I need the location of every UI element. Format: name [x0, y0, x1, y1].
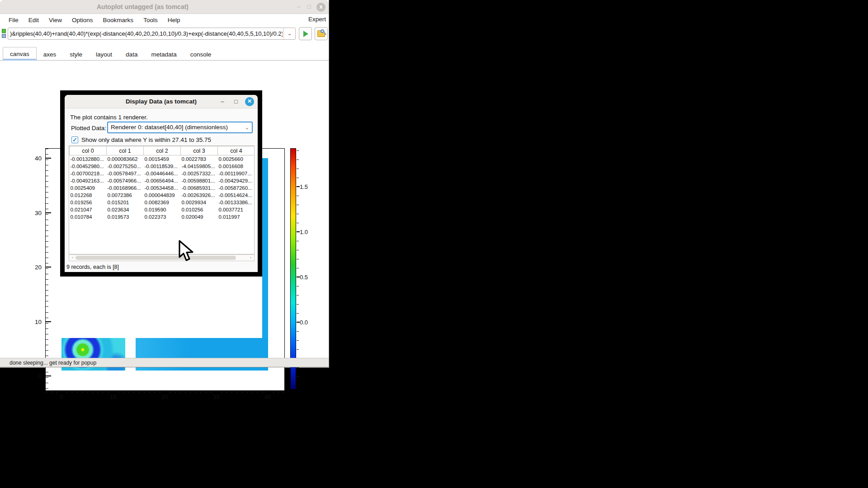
table-cell[interactable]: 0.015201	[107, 199, 144, 206]
table-row[interactable]: -0.00492163...-0.00574966...-0.00656494.…	[70, 177, 255, 184]
table-row[interactable]: 0.0122680.00723860.000044839-0.00263926.…	[70, 192, 255, 199]
column-header[interactable]: col 1	[107, 146, 144, 155]
table-cell[interactable]: 0.0082369	[144, 199, 181, 206]
table-row[interactable]: 0.0192560.0152010.00823690.0029934-0.001…	[70, 199, 255, 206]
table-cell[interactable]: -0.00275250...	[107, 163, 144, 170]
play-icon	[303, 31, 308, 37]
table-cell[interactable]: 0.019590	[144, 206, 181, 213]
window-maximize-icon[interactable]: □	[305, 3, 314, 12]
table-row[interactable]: -0.00700218...-0.00578497...-0.00446446.…	[70, 170, 255, 177]
menu-item-tools[interactable]: Tools	[138, 16, 163, 24]
filter-checkbox[interactable]: ✓	[71, 136, 78, 143]
scroll-left-icon[interactable]: ‹	[70, 255, 75, 261]
menu-item-options[interactable]: Options	[67, 16, 98, 24]
y-tick-label: 10	[26, 318, 42, 325]
table-cell[interactable]: 0.000044839	[144, 192, 181, 199]
column-header[interactable]: col 3	[181, 146, 218, 155]
table-hscrollbar[interactable]: ‹ ›	[69, 254, 255, 261]
scrollbar-thumb[interactable]	[75, 256, 236, 260]
data-table-viewport[interactable]: col 0col 1col 2col 3col 4 -0.00132880...…	[69, 145, 255, 254]
tab-metadata[interactable]: metadata	[144, 48, 183, 61]
inspect-uri-button[interactable]	[315, 27, 328, 40]
uri-dropdown-icon[interactable]: ⌄	[283, 28, 295, 39]
window-close-icon[interactable]: x	[316, 3, 326, 12]
column-header[interactable]: col 4	[218, 146, 255, 155]
data-table: col 0col 1col 2col 3col 4 -0.00132880...…	[69, 146, 255, 221]
table-row[interactable]: -0.00452980...-0.00275250...-0.00118539.…	[70, 163, 255, 170]
x-tick-mark	[164, 391, 165, 395]
table-cell[interactable]: 0.0029934	[181, 199, 218, 206]
table-cell[interactable]: -0.00574966...	[107, 177, 144, 184]
tab-layout[interactable]: layout	[89, 48, 119, 61]
table-cell[interactable]: 0.019573	[107, 213, 144, 221]
table-cell[interactable]: -0.00119907...	[218, 170, 255, 177]
colorbar[interactable]	[290, 148, 296, 389]
plotted-data-combobox[interactable]: Renderer 0: dataset[40,40] (dimensionles…	[107, 122, 253, 133]
table-cell[interactable]: -0.00656494...	[144, 177, 181, 184]
dialog-titlebar[interactable]: Display Data (as tomcat) – □ ✕	[65, 95, 258, 108]
table-cell[interactable]: -0.00452980...	[70, 163, 107, 170]
column-header[interactable]: col 0	[70, 146, 107, 155]
table-cell[interactable]: -0.00587260...	[218, 184, 255, 192]
menu-item-view[interactable]: View	[44, 16, 67, 24]
uri-combobox[interactable]: )&ripples(40,40)+rand(40,40)*(exp(-dista…	[8, 28, 296, 40]
table-cell[interactable]: -0.00132880...	[70, 155, 107, 163]
table-row[interactable]: -0.00132880...0.0000836620.00154590.0022…	[70, 155, 255, 163]
table-cell[interactable]: -0.00514624...	[218, 192, 255, 199]
expert-mode-label[interactable]: Expert	[308, 16, 326, 23]
table-cell[interactable]: -0.00429429...	[218, 177, 255, 184]
tab-style[interactable]: style	[63, 48, 89, 61]
table-cell[interactable]: -0.00578497...	[107, 170, 144, 177]
table-cell[interactable]: -0.00446446...	[144, 170, 181, 177]
menu-item-file[interactable]: File	[4, 16, 24, 24]
uri-input[interactable]: )&ripples(40,40)+rand(40,40)*(exp(-dista…	[10, 28, 283, 39]
table-cell[interactable]: -4.04159805...	[181, 163, 218, 170]
table-cell[interactable]: -0.00492163...	[70, 177, 107, 184]
table-cell[interactable]: 0.022373	[144, 213, 181, 221]
table-cell[interactable]: 0.012268	[70, 192, 107, 199]
table-cell[interactable]: 0.010256	[181, 206, 218, 213]
table-cell[interactable]: -0.00534458...	[144, 184, 181, 192]
table-cell[interactable]: 0.0016608	[218, 163, 255, 170]
table-cell[interactable]: 0.019256	[70, 199, 107, 206]
plot-go-button[interactable]	[299, 27, 312, 40]
menu-item-bookmarks[interactable]: Bookmarks	[98, 16, 139, 24]
window-titlebar[interactable]: Autoplot untagged (as tomcat) – □ x	[0, 0, 329, 14]
table-cell[interactable]: -0.00598801...	[181, 177, 218, 184]
table-row[interactable]: 0.0210470.0236340.0195900.0102560.003772…	[70, 206, 255, 213]
table-cell[interactable]: 0.0025409	[70, 184, 107, 192]
table-cell[interactable]: 0.020049	[181, 213, 218, 221]
tab-data[interactable]: data	[119, 48, 144, 61]
table-cell[interactable]: -0.00700218...	[70, 170, 107, 177]
dialog-maximize-icon[interactable]: □	[231, 97, 241, 106]
tab-canvas[interactable]: canvas	[3, 47, 37, 61]
table-row[interactable]: 0.0025409-0.00168966...-0.00534458...-0.…	[70, 184, 255, 192]
table-row[interactable]: 0.0107840.0195730.0223730.0200490.011997…	[70, 213, 255, 221]
scroll-right-icon[interactable]: ›	[248, 255, 254, 261]
table-cell[interactable]: 0.021047	[70, 206, 107, 213]
tab-console[interactable]: console	[184, 48, 218, 61]
y-tick-mark	[46, 267, 51, 267]
table-cell[interactable]: -0.00133386...	[218, 199, 255, 206]
table-cell[interactable]: -0.00168966...	[107, 184, 144, 192]
table-cell[interactable]: -0.00118539...	[144, 163, 181, 170]
tab-axes[interactable]: axes	[37, 48, 63, 61]
table-cell[interactable]: 0.0037721	[218, 206, 255, 213]
table-cell[interactable]: 0.0022783	[181, 155, 218, 163]
table-cell[interactable]: 0.0072386	[107, 192, 144, 199]
menu-item-help[interactable]: Help	[163, 16, 185, 24]
table-cell[interactable]: 0.023634	[107, 206, 144, 213]
dialog-close-icon[interactable]: ✕	[245, 97, 254, 106]
window-minimize-icon[interactable]: –	[294, 3, 303, 12]
table-cell[interactable]: 0.0015459	[144, 155, 181, 163]
column-header[interactable]: col 2	[144, 146, 181, 155]
table-cell[interactable]: -0.00257332...	[181, 170, 218, 177]
menu-item-edit[interactable]: Edit	[24, 16, 44, 24]
table-cell[interactable]: 0.000083662	[107, 155, 144, 163]
table-cell[interactable]: -0.00685931...	[181, 184, 218, 192]
dialog-minimize-icon[interactable]: –	[218, 97, 227, 106]
table-cell[interactable]: 0.0025660	[218, 155, 255, 163]
table-cell[interactable]: 0.010784	[70, 213, 107, 221]
table-cell[interactable]: -0.00263926...	[181, 192, 218, 199]
table-cell[interactable]: 0.011997	[218, 213, 255, 221]
